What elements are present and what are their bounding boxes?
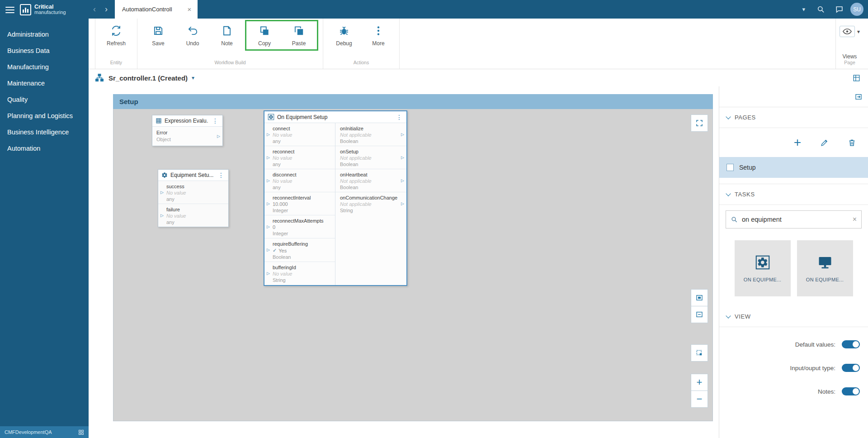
input-port-icon[interactable]: ▷ <box>267 156 270 160</box>
fit-to-selection-button[interactable] <box>691 289 708 306</box>
collapse-panel-icon[interactable] <box>854 93 863 101</box>
save-button[interactable]: Save <box>141 21 175 47</box>
debug-button[interactable]: Debug <box>327 21 361 47</box>
nav-back-button[interactable]: ‹ <box>89 0 100 19</box>
entity-dropdown-icon[interactable]: ▾ <box>192 75 194 81</box>
input-port-icon[interactable]: ▷ <box>267 202 270 206</box>
input-port-icon[interactable]: ▷ <box>267 225 270 229</box>
output-port-icon[interactable]: ▷ <box>401 179 404 183</box>
add-page-button[interactable]: + <box>794 136 801 149</box>
port-failure: ▷ failure No value any <box>158 204 228 227</box>
copy-button[interactable]: Copy <box>247 21 282 47</box>
search-icon[interactable] <box>816 5 825 14</box>
node-equipment-setup[interactable]: Equipment Setu... ⋮ ▷ success No value a… <box>158 169 229 227</box>
output-port-icon[interactable]: ▷ <box>401 133 404 137</box>
nav-forward-button[interactable]: › <box>100 0 112 19</box>
notes-toggle[interactable] <box>842 387 860 395</box>
task-tile-label: ON EQUIPME... <box>806 277 844 282</box>
input-port-icon[interactable]: ▷ <box>267 179 270 183</box>
entity-title[interactable]: Sr_controller.1 (Created) <box>108 74 188 82</box>
environment-status-icon <box>78 429 84 435</box>
task-search-input[interactable] <box>742 216 849 223</box>
node-expression-evaluator[interactable]: Expression Evalu... ⋮ Error Object ▷ <box>152 115 223 146</box>
input-output-type-toggle[interactable] <box>842 364 860 372</box>
port-connect: ▷ connect No value any <box>264 123 335 146</box>
input-port-icon[interactable]: ▷ <box>267 248 270 252</box>
minus-icon: − <box>697 393 703 405</box>
port-require-buffering: ▷ requireBuffering ✓ Yes Boolean <box>264 238 335 262</box>
note-label: Note <box>221 40 232 47</box>
output-port-icon[interactable]: ▷ <box>401 202 404 206</box>
page-checkbox[interactable] <box>726 164 734 171</box>
section-tasks[interactable]: TASKS <box>719 184 868 205</box>
header-dropdown-icon[interactable]: ▾ <box>802 6 805 13</box>
sidebar-item-maintenance[interactable]: Maintenance <box>0 75 89 91</box>
output-port-icon[interactable]: ▷ <box>217 134 220 138</box>
node-menu-icon[interactable]: ⋮ <box>395 114 403 120</box>
note-button[interactable]: Note <box>210 21 244 47</box>
default-values-toggle[interactable] <box>842 340 860 348</box>
node-on-equipment-setup[interactable]: On Equipment Setup ⋮ ▷ connect No value … <box>264 110 407 286</box>
section-pages[interactable]: PAGES <box>719 107 868 128</box>
page-item-setup[interactable]: Setup <box>719 157 868 178</box>
tab-close-icon[interactable]: × <box>188 6 192 13</box>
tab-label: AutomationControll <box>122 6 172 13</box>
sidebar-item-business-data[interactable]: Business Data <box>0 43 89 59</box>
sidebar-item-automation[interactable]: Automation <box>0 140 89 157</box>
task-tile-on-equipment-event[interactable]: ON EQUIPME... <box>797 240 853 296</box>
save-label: Save <box>152 40 164 47</box>
ribbon-group-label-page: Page <box>840 60 860 67</box>
port-on-setup: ▷ onSetup Not applicable Boolean <box>335 146 406 169</box>
fit-to-selection-icon <box>695 294 703 302</box>
tab-automationcontroll[interactable]: AutomationControll × <box>115 0 198 19</box>
debug-bug-icon <box>338 25 350 37</box>
zoom-out-button[interactable]: − <box>691 390 708 408</box>
sidebar-item-quality[interactable]: Quality <box>0 91 89 108</box>
port-reconnect-max-attempts: ▷ reconnectMaxAttempts 0 Integer <box>264 215 335 238</box>
views-caret-icon: ▾ <box>857 29 860 35</box>
input-port-icon[interactable]: ▷ <box>267 271 270 276</box>
refresh-icon <box>110 25 122 37</box>
clear-search-icon[interactable]: × <box>853 215 857 224</box>
output-port-icon[interactable]: ▷ <box>160 214 164 218</box>
fit-to-page-icon <box>695 310 703 319</box>
node-menu-icon[interactable]: ⋮ <box>217 172 225 178</box>
edit-page-button[interactable] <box>820 138 829 147</box>
pages-section-title: PAGES <box>735 114 756 121</box>
views-button[interactable]: ▾ <box>840 21 860 37</box>
copy-paste-highlight-box: Copy Paste <box>245 20 318 51</box>
grid-view-icon[interactable] <box>852 74 861 82</box>
sidebar-item-business-intelligence[interactable]: Business Intelligence <box>0 124 89 140</box>
sidebar-item-planning-logistics[interactable]: Planning and Logistics <box>0 108 89 124</box>
ribbon-group-label-entity: Entity <box>99 60 133 67</box>
section-view[interactable]: VIEW <box>719 306 868 327</box>
hamburger-menu-icon[interactable] <box>5 5 14 15</box>
task-tile-on-equipment-setup[interactable]: ON EQUIPME... <box>735 240 791 296</box>
views-label: Views <box>840 53 860 60</box>
workflow-canvas[interactable]: Expression Evalu... ⋮ Error Object ▷ <box>113 109 713 421</box>
brand-logo[interactable]: Critical manufacturing <box>20 4 66 15</box>
more-button[interactable]: More <box>361 21 396 47</box>
paste-button[interactable]: Paste <box>282 21 316 47</box>
port-on-initialize: ▷ onInitialize Not applicable Boolean <box>335 123 406 146</box>
chat-icon[interactable] <box>835 5 844 14</box>
port-buffering-id: ▷ bufferingId No value String <box>264 262 335 285</box>
fullscreen-button[interactable] <box>691 114 708 132</box>
sidebar-item-administration[interactable]: Administration <box>0 26 89 43</box>
output-port-icon[interactable]: ▷ <box>401 156 404 160</box>
copy-icon <box>259 25 270 37</box>
selection-box-button[interactable] <box>691 344 708 362</box>
undo-button[interactable]: Undo <box>175 21 210 47</box>
port-reconnect: ▷ reconnect No value any <box>264 146 335 169</box>
environment-bar: CMFDevelopmentQA <box>0 426 89 438</box>
delete-page-button[interactable] <box>848 138 856 147</box>
sidebar-item-manufacturing[interactable]: Manufacturing <box>0 59 89 75</box>
input-port-icon[interactable]: ▷ <box>267 133 270 137</box>
fit-to-page-button[interactable] <box>691 306 708 323</box>
zoom-in-button[interactable]: + <box>691 374 708 391</box>
avatar[interactable]: SU <box>850 3 863 16</box>
node-menu-icon[interactable]: ⋮ <box>211 118 219 124</box>
output-port-icon[interactable]: ▷ <box>160 190 164 195</box>
brand-subtitle: manufacturing <box>34 10 66 15</box>
refresh-button[interactable]: Refresh <box>99 21 133 47</box>
